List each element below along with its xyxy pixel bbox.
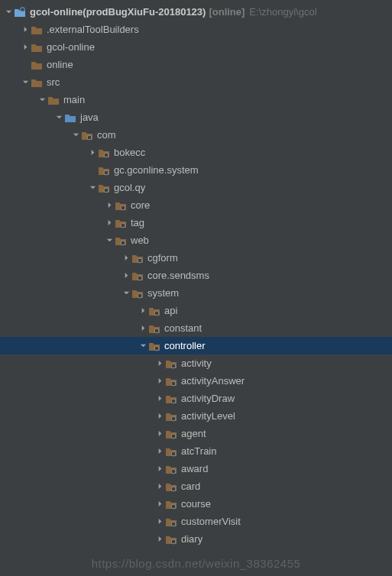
tree-row-label: .externalToolBuilders	[47, 24, 139, 35]
tree-row[interactable]: api	[0, 302, 392, 319]
tree-row[interactable]: agent	[0, 425, 392, 442]
project-tree[interactable]: gcol-online(prodBugXiuFu-20180123)[onlin…	[0, 0, 392, 548]
tree-row[interactable]: activityDraw	[0, 390, 392, 407]
pkg-icon	[131, 270, 144, 282]
chevron-down-icon[interactable]	[87, 183, 98, 193]
chevron-down-icon[interactable]	[37, 95, 47, 105]
folder-icon	[31, 59, 43, 71]
tree-row-label: com	[97, 129, 116, 141]
tree-row-label: web	[131, 235, 149, 246]
tree-row[interactable]: diary	[0, 530, 392, 548]
chevron-down-icon[interactable]	[20, 77, 31, 88]
svg-point-11	[154, 311, 159, 316]
tree-row[interactable]: main	[0, 91, 392, 108]
chevron-right-icon[interactable]	[154, 393, 165, 404]
tree-row[interactable]: controller	[0, 337, 392, 354]
tree-row[interactable]: cgform	[0, 249, 392, 267]
tree-row-label: system	[147, 287, 179, 299]
chevron-right-icon[interactable]	[104, 200, 115, 211]
pkg-icon	[98, 147, 110, 159]
chevron-right-icon[interactable]	[154, 534, 165, 545]
tree-row[interactable]: src	[0, 73, 392, 91]
chevron-right-icon[interactable]	[154, 376, 165, 387]
chevron-right-icon[interactable]	[154, 446, 165, 457]
pkg-icon	[98, 164, 110, 176]
chevron-right-icon[interactable]	[154, 516, 165, 527]
tree-row[interactable]: system	[0, 284, 392, 302]
tree-row[interactable]: .externalToolBuilders	[0, 21, 392, 38]
svg-point-24	[171, 539, 176, 544]
chevron-right-icon[interactable]	[104, 218, 115, 228]
tree-row[interactable]: customerVisit	[0, 513, 392, 530]
tree-row[interactable]: activityLevel	[0, 407, 392, 425]
chevron-right-icon[interactable]	[154, 429, 165, 439]
tree-row-label: online	[47, 59, 73, 70]
pkg-icon	[165, 516, 177, 528]
pkg-icon	[165, 393, 177, 405]
chevron-down-icon[interactable]	[70, 130, 81, 141]
svg-rect-0	[21, 8, 24, 11]
tree-row[interactable]: course	[0, 495, 392, 513]
svg-point-8	[138, 258, 142, 263]
tree-row[interactable]: award	[0, 460, 392, 477]
svg-point-10	[138, 293, 142, 298]
tree-row[interactable]: com	[0, 126, 392, 144]
tree-row[interactable]: gcol-online(prodBugXiuFu-20180123)[onlin…	[0, 3, 392, 21]
tree-row[interactable]: activity	[0, 354, 392, 372]
chevron-right-icon[interactable]	[121, 253, 131, 264]
pkg-icon	[115, 199, 127, 212]
tree-row-label: src	[47, 76, 60, 88]
chevron-right-icon[interactable]	[138, 306, 148, 316]
tree-row[interactable]: online	[0, 56, 392, 73]
tree-row[interactable]: constant	[0, 319, 392, 337]
tree-row[interactable]: gcol-online	[0, 38, 392, 56]
svg-point-13	[154, 346, 159, 351]
pkg-icon	[131, 287, 144, 299]
svg-point-20	[171, 469, 176, 474]
svg-point-21	[171, 487, 176, 491]
svg-point-22	[171, 504, 176, 509]
chevron-right-icon[interactable]	[154, 481, 165, 492]
pkg-icon	[165, 498, 177, 510]
chevron-right-icon[interactable]	[20, 24, 31, 35]
tree-row-label: customerVisit	[181, 516, 241, 527]
tree-row[interactable]: card	[0, 477, 392, 495]
pkg-icon	[148, 340, 160, 352]
tree-row-label: activityAnswer	[181, 375, 245, 387]
tree-row[interactable]: gcol.qy	[0, 179, 392, 196]
svg-point-9	[138, 276, 142, 280]
chevron-right-icon[interactable]	[87, 147, 98, 158]
tree-row[interactable]: tag	[0, 214, 392, 231]
tree-row-label: activityLevel	[181, 410, 235, 422]
tree-row[interactable]: web	[0, 231, 392, 249]
svg-point-14	[171, 364, 176, 368]
pkg-icon	[115, 235, 127, 247]
tree-row[interactable]: atcTrain	[0, 442, 392, 460]
tree-row-label: core.sendsms	[147, 270, 209, 281]
pkg-icon	[165, 410, 177, 422]
folder-icon	[31, 24, 43, 36]
tree-row[interactable]: java	[0, 108, 392, 126]
chevron-right-icon[interactable]	[20, 42, 31, 53]
folder-icon	[31, 41, 43, 53]
tree-row[interactable]: bokecc	[0, 144, 392, 161]
chevron-down-icon[interactable]	[104, 235, 115, 246]
chevron-down-icon[interactable]	[53, 112, 64, 123]
chevron-right-icon[interactable]	[154, 499, 165, 510]
pkg-icon	[148, 305, 160, 317]
tree-row[interactable]: core	[0, 196, 392, 214]
chevron-right-icon[interactable]	[154, 464, 165, 474]
chevron-right-icon[interactable]	[154, 358, 165, 369]
chevron-right-icon[interactable]	[154, 411, 165, 422]
chevron-down-icon[interactable]	[138, 341, 148, 351]
svg-point-7	[121, 241, 125, 245]
chevron-right-icon[interactable]	[138, 323, 148, 334]
tree-row[interactable]: core.sendsms	[0, 267, 392, 284]
tree-row-label: activityDraw	[181, 393, 235, 404]
tree-row[interactable]: gc.gconline.system	[0, 161, 392, 179]
chevron-right-icon[interactable]	[121, 270, 131, 281]
chevron-down-icon[interactable]	[3, 7, 14, 18]
svg-point-17	[171, 416, 176, 421]
chevron-down-icon[interactable]	[121, 288, 131, 299]
tree-row[interactable]: activityAnswer	[0, 372, 392, 390]
